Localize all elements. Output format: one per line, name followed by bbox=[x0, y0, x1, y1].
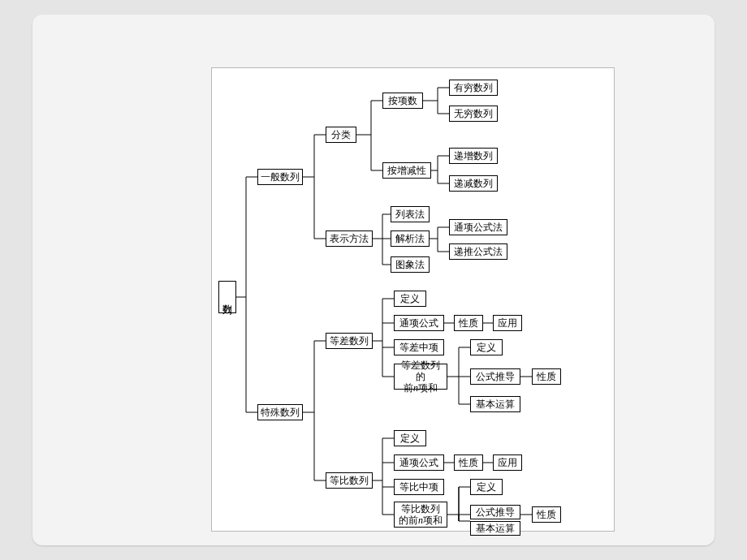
arith-sum-line1: 等差数列的 bbox=[401, 360, 440, 382]
node-increasing-sequence: 递增数列 bbox=[449, 148, 498, 164]
node-geom-sum-definition: 定义 bbox=[470, 479, 503, 495]
node-list-method: 列表法 bbox=[391, 206, 430, 222]
node-geom-application: 应用 bbox=[493, 454, 522, 471]
node-by-terms: 按项数 bbox=[382, 93, 423, 109]
node-geom-sum-basicops: 基本运算 bbox=[470, 521, 520, 536]
node-classification: 分类 bbox=[326, 127, 356, 143]
node-representation: 表示方法 bbox=[326, 230, 373, 247]
node-finite-sequence: 有穷数列 bbox=[449, 80, 498, 96]
geom-sum-line1: 等比数列 bbox=[401, 503, 440, 515]
node-arith-property: 性质 bbox=[454, 315, 483, 331]
node-arith-general-term: 通项公式 bbox=[394, 315, 444, 331]
node-by-monotone: 按增减性 bbox=[382, 162, 431, 179]
node-arithmetic-sequence: 等差数列 bbox=[326, 333, 373, 349]
geom-sum-line2: 的前n项和 bbox=[399, 515, 443, 526]
node-geom-sum: 等比数列的前n项和 bbox=[394, 502, 447, 528]
node-infinite-sequence: 无穷数列 bbox=[449, 106, 498, 122]
node-root: 数列 bbox=[218, 281, 236, 313]
node-analytic-method: 解析法 bbox=[391, 230, 430, 247]
node-general-sequence: 一般数列 bbox=[257, 169, 303, 185]
node-geom-general-term: 通项公式 bbox=[394, 454, 444, 471]
node-special-sequence: 特殊数列 bbox=[257, 404, 303, 420]
node-decreasing-sequence: 递减数列 bbox=[449, 175, 498, 192]
node-arith-sum-definition: 定义 bbox=[470, 339, 503, 355]
node-geom-sum-derivation: 公式推导 bbox=[470, 505, 520, 519]
node-arith-sum-property: 性质 bbox=[532, 368, 561, 385]
node-arith-sum-basicops: 基本运算 bbox=[470, 396, 520, 412]
arith-sum-line2: 前n项和 bbox=[404, 382, 438, 394]
sequence-concept-map: 数列 一般数列 特殊数列 分类 按项数 有穷数列 无穷数列 按增减性 递增数列 … bbox=[211, 67, 615, 532]
node-arith-sum-derivation: 公式推导 bbox=[470, 368, 520, 385]
node-geom-definition: 定义 bbox=[394, 430, 426, 446]
node-geom-mean: 等比中项 bbox=[394, 479, 444, 495]
node-arith-mean: 等差中项 bbox=[394, 339, 444, 355]
node-geometric-sequence: 等比数列 bbox=[326, 472, 373, 489]
node-graph-method: 图象法 bbox=[391, 256, 430, 273]
node-arith-definition: 定义 bbox=[394, 291, 426, 307]
node-arith-sum: 等差数列的前n项和 bbox=[394, 364, 447, 390]
node-arith-application: 应用 bbox=[493, 315, 522, 331]
node-recursive-method: 递推公式法 bbox=[449, 243, 507, 260]
node-geom-sum-property: 性质 bbox=[532, 506, 561, 523]
node-geom-property: 性质 bbox=[454, 454, 483, 471]
diagram-card: 数列 一般数列 特殊数列 分类 按项数 有穷数列 无穷数列 按增减性 递增数列 … bbox=[32, 15, 715, 545]
node-general-term-method: 通项公式法 bbox=[449, 219, 507, 235]
